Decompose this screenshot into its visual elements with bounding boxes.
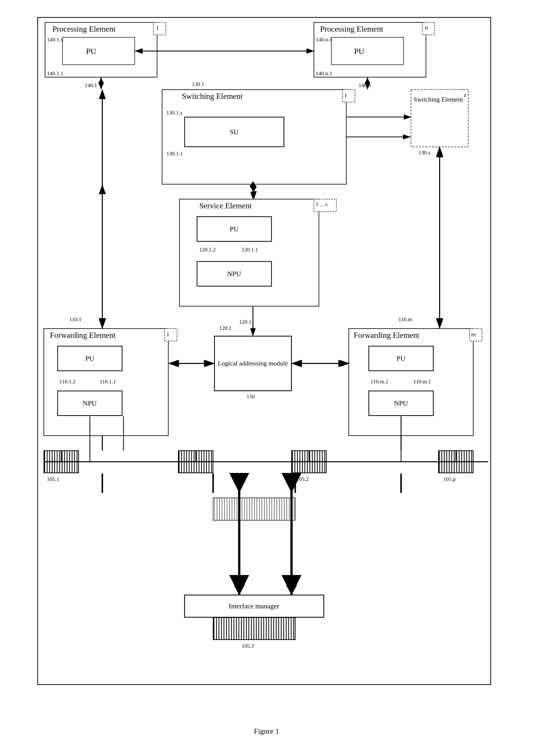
fe1-top-ref: 110.1 (69, 316, 82, 323)
fem-title: Forwarding Element (354, 331, 419, 340)
pe1-pu: PU (86, 47, 96, 56)
se1-su-box: SU (184, 117, 284, 147)
svg-rect-11 (422, 22, 435, 35)
fem-ref-1: 110.m.1 (413, 378, 431, 385)
se1-id: 1 (344, 92, 347, 99)
interface-manager-box: Interface manager (184, 595, 324, 617)
connector-105-2 (291, 450, 326, 473)
svg-rect-10 (153, 22, 166, 35)
fem-id: m (471, 331, 476, 338)
fem-top-ref: 110.m (399, 316, 412, 323)
fem-pu-box: PU (369, 346, 434, 371)
logical-addressing-box: Logical addressing module (214, 336, 291, 391)
svg-marker-40 (252, 184, 257, 191)
svg-marker-94 (286, 585, 297, 595)
interface-manager-label: Interface manager (229, 602, 279, 610)
figure-caption: Figure 1 (254, 727, 279, 735)
se1-ref-1: 130.1.1 (167, 150, 183, 157)
connector-105-1 (44, 450, 79, 473)
pen-ref: 140.n (359, 82, 371, 89)
pen-title: Processing Element (320, 24, 383, 34)
ref-105-2: 105.2 (297, 476, 309, 482)
se1-title: Switching Element (182, 92, 243, 101)
svg-rect-9 (331, 37, 404, 65)
svc-title: Service Element (200, 201, 252, 210)
ref-105-p: 105.p (443, 476, 456, 482)
svc-ref-2: 120.1.2 (200, 246, 216, 253)
svc-id: 1 ... s (316, 201, 328, 208)
fe1-id: 1 (167, 331, 170, 338)
svc-pu-label: PU (230, 225, 239, 233)
logical-addressing-label: Logical addressing module (218, 360, 288, 367)
se1-ref-z: 130.1.z (167, 110, 183, 116)
fe1-ref-1: 110.1.1 (100, 378, 116, 385)
svg-line-51 (123, 403, 178, 462)
fem-npu-label: NPU (394, 399, 408, 407)
svc-pu-box: PU (197, 217, 272, 241)
svg-rect-7 (63, 37, 135, 65)
svc-npu-label: NPU (227, 270, 241, 278)
fem-ref-2: 110.m.2 (371, 378, 388, 385)
pen-id: n (425, 24, 428, 31)
connector-left-center (178, 450, 213, 473)
pe1-ref: 140.1 (85, 82, 97, 89)
diagram: Processing Element 1 PU 140.1.x 140.1.1 … (30, 10, 503, 719)
fe1-title: Forwarding Element (50, 331, 116, 340)
svg-marker-93 (286, 473, 297, 483)
svg-marker-59 (229, 575, 249, 595)
ref-105-1: 105.1 (47, 476, 60, 482)
fe1-pu-label: PU (85, 355, 94, 363)
connector-105-3 (213, 617, 295, 640)
fe1-ref-2: 110.1.2 (60, 378, 76, 385)
pe1-id: 1 (156, 24, 159, 31)
svg-marker-57 (229, 473, 249, 493)
svg-marker-91 (234, 585, 245, 595)
svc-ref: 120.1 (239, 319, 252, 325)
svg-marker-90 (234, 473, 245, 483)
svg-marker-76 (250, 181, 256, 191)
pe1-ref-x: 140.1.x (47, 36, 64, 43)
sez-id: z (464, 92, 466, 98)
sez-title: Switching Element (413, 96, 463, 103)
fem-npu-box: NPU (369, 391, 434, 416)
pen-ref-1: 140.n.1 (316, 70, 333, 77)
ref-105-3: 105.3 (242, 643, 254, 649)
svg-rect-34 (213, 498, 295, 520)
svc-npu-box: NPU (197, 261, 272, 286)
pe1-title: Processing Element (53, 24, 116, 34)
pe1-ref-1: 140.1.1 (47, 70, 64, 77)
svg-rect-24 (349, 329, 473, 436)
fe1-npu-label: NPU (83, 399, 96, 407)
se1-su-label: SU (230, 128, 239, 136)
se1-top-ref: 130.1 (192, 81, 204, 87)
svc-ref-1: 120.1.1 (242, 246, 258, 253)
fem-pu-label: PU (397, 355, 406, 363)
svg-marker-62 (281, 575, 302, 595)
fe1-npu-box: NPU (58, 391, 122, 416)
pen-ref-v: 140.n.v (316, 36, 333, 43)
logical-ref: 150 (247, 393, 255, 400)
fe1-pu-box: PU (58, 346, 122, 371)
sez-ref: 130.z (418, 149, 430, 156)
pen-pu: PU (354, 47, 364, 56)
connector-105-p (439, 450, 473, 473)
logical-ref-120: 120.1 (219, 325, 232, 331)
